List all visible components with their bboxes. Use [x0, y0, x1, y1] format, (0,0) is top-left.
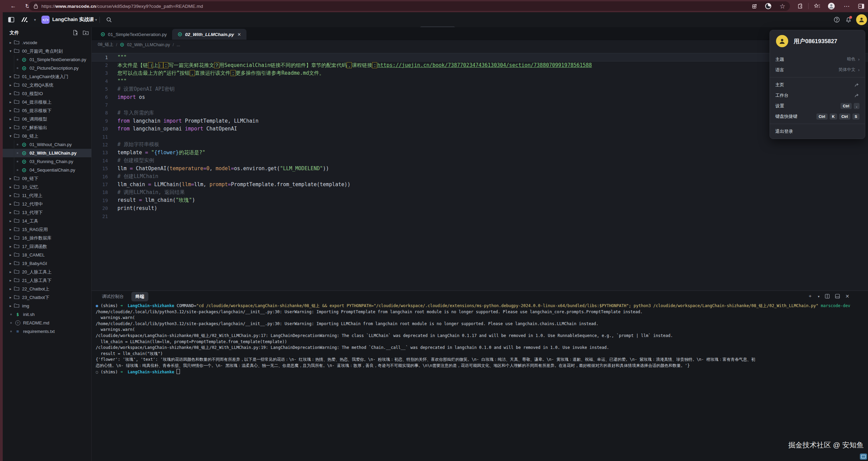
terminal-output[interactable]: ● (shims) ➜ LangChain-shizhanke COMMAND=… — [96, 303, 866, 461]
code-line-7[interactable]: 7 — [92, 101, 868, 109]
file-row-04_提示模板上[interactable]: ▸04_提示模板上 — [3, 98, 91, 106]
menu-item-键盘快捷键[interactable]: 键盘快捷键CtrlKCtrlS — [770, 111, 865, 122]
code-line-12[interactable]: 12# 原始字符串模板 — [92, 141, 868, 148]
course-title[interactable]: LangChain 实战课 — [52, 16, 94, 23]
workspace-chevron-icon[interactable]: ▾ — [31, 15, 39, 24]
menu-item-主题[interactable]: 主题暗色› — [770, 54, 865, 65]
file-row-08_链上[interactable]: ▾08_链上 — [3, 132, 91, 140]
file-row-.vscode[interactable]: ▸.vscode — [3, 38, 91, 47]
chevron-right-icon[interactable]: ▸ — [8, 193, 13, 198]
address-bar[interactable]: https://www.marscode.cn/course/vk85dwp73… — [29, 1, 790, 11]
code-line-21[interactable]: 21 — [92, 212, 868, 220]
new-folder-icon[interactable] — [83, 30, 89, 35]
chevron-right-icon[interactable]: ▸ — [8, 40, 13, 45]
file-row-17_回调函数[interactable]: ▸17_回调函数 — [3, 242, 91, 251]
tab-02-with-llmchain[interactable]: 02_With_LLMChain.py ✕ — [172, 29, 246, 40]
notifications-icon[interactable] — [844, 15, 853, 24]
search-icon[interactable] — [105, 15, 113, 24]
file-row-16_操作数据库[interactable]: ▸16_操作数据库 — [3, 234, 91, 242]
code-line-1[interactable]: 1""" — [92, 53, 868, 61]
chevron-right-icon[interactable]: ▸ — [8, 176, 13, 181]
code-line-2[interactable]: 2本文件是【链（上）：写一篇完美鲜花推文？用SequencialChain链接不… — [92, 61, 868, 69]
tab-debug-console[interactable]: 调试控制台 — [98, 292, 128, 301]
file-row-18_CAMEL[interactable]: ▸18_CAMEL — [3, 251, 91, 259]
file-row-00_开篇词_奇点时刻[interactable]: ▾00_开篇词_奇点时刻 — [3, 47, 91, 55]
bookmark-star-icon[interactable]: ☆ — [778, 2, 787, 11]
code-line-10[interactable]: 10from langchain_openai import ChatOpenA… — [92, 125, 868, 133]
extensions-icon[interactable] — [796, 2, 805, 11]
code-line-19[interactable]: 19result = llm_chain("玫瑰") — [92, 196, 868, 204]
maximize-panel-icon[interactable] — [835, 294, 840, 299]
file-row-19_BabyAGI[interactable]: ▸19_BabyAGI — [3, 259, 91, 268]
code-line-8[interactable]: 8# 导入所需的库 — [92, 109, 868, 117]
chevron-right-icon[interactable]: ▸ — [8, 261, 13, 266]
menu-item-主页[interactable]: 主页 — [770, 79, 865, 90]
menu-item-退出登录[interactable]: 退出登录 — [770, 126, 865, 137]
code-line-5[interactable]: 5# 设置OpenAI API密钥 — [92, 85, 868, 93]
breadcrumb-folder[interactable]: 08_链上 — [98, 42, 113, 48]
chevron-right-icon[interactable]: ▸ — [8, 219, 13, 223]
close-panel-icon[interactable]: ✕ — [845, 294, 849, 299]
chevron-right-icon[interactable]: ▸ — [8, 304, 13, 308]
menu-item-语言[interactable]: 语言简体中文› — [770, 65, 865, 75]
user-avatar[interactable] — [856, 14, 867, 25]
breadcrumb-file[interactable]: 02_With_LLMChain.py — [127, 42, 170, 47]
file-row-13_代理下[interactable]: ▸13_代理下 — [3, 208, 91, 217]
file-row-04_SequentialChain.py[interactable]: 04_SequentialChain.py — [3, 166, 91, 174]
file-row-01_SimpleTextGeneration.py[interactable]: 01_SimpleTextGeneration.py — [3, 55, 91, 64]
tab-terminal[interactable]: 终端 — [131, 292, 148, 301]
file-row-02_With_LLMChain.py[interactable]: 02_With_LLMChain.py — [3, 149, 91, 157]
file-row-20_人脉工具上[interactable]: ▸20_人脉工具上 — [3, 268, 91, 276]
back-icon[interactable]: ← — [9, 2, 18, 11]
chevron-right-icon[interactable]: ▸ — [8, 108, 13, 113]
code-line-17[interactable]: 17llm_chain = LLMChain(llm=llm, prompt=P… — [92, 180, 868, 188]
chevron-right-icon[interactable]: ▸ — [8, 125, 13, 130]
code-line-9[interactable]: 9from langchain import PromptTemplate, L… — [92, 117, 868, 125]
file-row-21_人脉工具下[interactable]: ▸21_人脉工具下 — [3, 276, 91, 285]
split-terminal-icon[interactable] — [825, 294, 830, 299]
file-row-22_Chatbot上[interactable]: ▸22_Chatbot上 — [3, 285, 91, 293]
file-row-14_工具[interactable]: ▸14_工具 — [3, 217, 91, 225]
chevron-right-icon[interactable]: ▸ — [8, 287, 13, 291]
file-row-07_解析输出[interactable]: ▸07_解析输出 — [3, 123, 91, 132]
file-row-img[interactable]: ▸img — [3, 302, 91, 310]
code-line-13[interactable]: 13template = "{flower}的花语是?" — [92, 149, 868, 157]
chevron-down-icon[interactable]: ▾ — [8, 134, 13, 138]
file-row-02_文档QA系统[interactable]: ▸02_文档QA系统 — [3, 81, 91, 89]
layout-toggle-icon[interactable] — [7, 15, 16, 24]
code-line-15[interactable]: 15llm = ChatOpenAI(temperature=0, model=… — [92, 164, 868, 172]
chevron-right-icon[interactable]: ▸ — [8, 236, 13, 240]
file-row-11_代理上[interactable]: ▸11_代理上 — [3, 191, 91, 200]
marscode-logo-icon[interactable] — [20, 15, 29, 24]
menu-item-设置[interactable]: 设置Ctrl. — [770, 101, 865, 111]
tab-01-simpletextgeneration[interactable]: 01_SimpleTextGeneration.py — [95, 29, 172, 40]
terminal-dropdown-icon[interactable]: ▾ — [818, 295, 819, 298]
chevron-right-icon[interactable]: ▸ — [8, 227, 13, 232]
file-row-23_Chatbot下[interactable]: ▸23_Chatbot下 — [3, 293, 91, 302]
file-row-06_调用模型[interactable]: ▸06_调用模型 — [3, 115, 91, 123]
file-row-03_模型IO[interactable]: ▸03_模型IO — [3, 89, 91, 98]
file-row-requirements.txt[interactable]: ≡requirements.txt — [3, 327, 91, 336]
browser-logo-icon[interactable] — [764, 2, 773, 11]
file-row-05_提示模板下[interactable]: ▸05_提示模板下 — [3, 106, 91, 115]
chevron-right-icon[interactable]: ▸ — [8, 202, 13, 206]
favorites-icon[interactable] — [813, 2, 821, 11]
chevron-right-icon[interactable]: ▸ — [8, 100, 13, 104]
code-line-6[interactable]: 6import os — [92, 93, 868, 101]
breadcrumb[interactable]: 08_链上 / 02_With_LLMChain.py / ... — [92, 40, 868, 49]
chevron-right-icon[interactable]: ▸ — [8, 270, 13, 274]
file-row-03_Running_Chain.py[interactable]: 03_Running_Chain.py — [3, 157, 91, 166]
chevron-right-icon[interactable]: ▸ — [8, 295, 13, 300]
file-row-09_链下[interactable]: ▸09_链下 — [3, 174, 91, 183]
tab-actions-icon[interactable] — [750, 2, 759, 11]
code-line-3[interactable]: 3您可以点击最上方的“运行”按钮，直接运行该文件；更多操作指引请参考Readme… — [92, 69, 868, 77]
file-row-15_RAG应用[interactable]: ▸15_RAG应用 — [3, 225, 91, 234]
corner-widget-icon[interactable] — [860, 454, 867, 460]
sidebar-panel-icon[interactable] — [857, 2, 866, 11]
code-line-11[interactable]: 11 — [92, 133, 868, 141]
code-editor[interactable]: 1"""2本文件是【链（上）：写一篇完美鲜花推文？用SequencialChai… — [92, 49, 868, 290]
chevron-right-icon[interactable]: ▸ — [8, 91, 13, 96]
close-tab-icon[interactable]: ✕ — [237, 32, 241, 37]
chevron-right-icon[interactable]: ▸ — [8, 253, 13, 257]
code-line-14[interactable]: 14# 创建模型实例 — [92, 157, 868, 164]
